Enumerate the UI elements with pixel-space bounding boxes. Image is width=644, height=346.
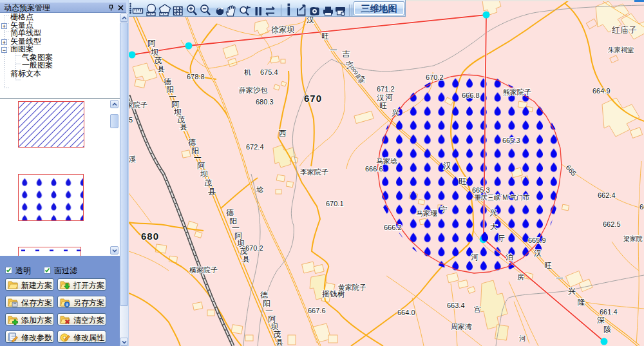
svg-text:机: 机 bbox=[244, 68, 251, 76]
svg-text:坝: 坝 bbox=[200, 169, 208, 178]
svg-text:宁: 宁 bbox=[440, 206, 448, 213]
svg-text:680: 680 bbox=[141, 231, 159, 242]
svg-text:662.4: 662.4 bbox=[598, 191, 616, 199]
svg-text:德: 德 bbox=[188, 138, 196, 147]
svg-text:县: 县 bbox=[157, 64, 165, 73]
svg-text:宫: 宫 bbox=[474, 305, 481, 313]
svg-text:深: 深 bbox=[597, 316, 605, 325]
svg-text:朱家祠堂: 朱家祠堂 bbox=[608, 46, 634, 53]
svg-text:兴: 兴 bbox=[392, 108, 399, 117]
svg-text:670.1: 670.1 bbox=[326, 200, 344, 207]
svg-text:670: 670 bbox=[304, 93, 322, 104]
svg-text:县: 县 bbox=[276, 338, 283, 346]
svg-text:周家湾: 周家湾 bbox=[451, 323, 472, 331]
svg-text:房: 房 bbox=[517, 273, 524, 281]
svg-text:隆: 隆 bbox=[578, 298, 585, 307]
svg-text:溪: 溪 bbox=[129, 155, 136, 163]
svg-text:671.2: 671.2 bbox=[377, 85, 395, 93]
svg-text:662.5: 662.5 bbox=[603, 220, 621, 228]
svg-text:旺: 旺 bbox=[544, 261, 552, 270]
svg-text:670.2: 670.2 bbox=[426, 73, 444, 81]
svg-text:陔: 陔 bbox=[603, 325, 611, 334]
svg-text:西: 西 bbox=[279, 129, 287, 138]
svg-text:茂: 茂 bbox=[204, 178, 212, 187]
svg-text:德: 德 bbox=[226, 208, 234, 217]
svg-text:670.2: 670.2 bbox=[245, 244, 263, 252]
svg-text:徐家坝: 徐家坝 bbox=[271, 25, 294, 34]
svg-text:675.4: 675.4 bbox=[260, 68, 278, 76]
svg-text:德: 德 bbox=[260, 291, 268, 300]
svg-text:汉: 汉 bbox=[534, 249, 542, 258]
svg-text:旺: 旺 bbox=[459, 177, 467, 186]
svg-text:5: 5 bbox=[129, 116, 133, 124]
svg-text:马家堰: 马家堰 bbox=[416, 209, 437, 217]
svg-text:薛家沙包: 薛家沙包 bbox=[239, 86, 268, 94]
svg-text:664.9: 664.9 bbox=[592, 87, 611, 95]
svg-text:661.4: 661.4 bbox=[600, 308, 618, 316]
svg-text:一: 一 bbox=[556, 274, 564, 283]
svg-text:680.3: 680.3 bbox=[256, 98, 274, 106]
svg-text:红庙子: 红庙子 bbox=[612, 25, 637, 35]
svg-text:666.8: 666.8 bbox=[462, 91, 480, 99]
svg-text:汉: 汉 bbox=[443, 161, 451, 171]
svg-text:664.0: 664.0 bbox=[397, 309, 415, 316]
svg-text:梁家院: 梁家院 bbox=[623, 235, 643, 242]
svg-text:兴: 兴 bbox=[568, 287, 576, 296]
svg-text:兴: 兴 bbox=[489, 208, 497, 217]
svg-text:黄家院子: 黄家院子 bbox=[338, 284, 366, 291]
svg-text:坝: 坝 bbox=[150, 48, 158, 57]
svg-text:665.9: 665.9 bbox=[528, 236, 546, 244]
svg-text:一: 一 bbox=[330, 46, 337, 55]
svg-text:茂: 茂 bbox=[154, 56, 162, 65]
svg-text:678.8: 678.8 bbox=[187, 73, 205, 81]
svg-text:汉: 汉 bbox=[307, 15, 314, 24]
svg-text:河: 河 bbox=[385, 93, 393, 102]
svg-text:阿: 阿 bbox=[197, 161, 205, 170]
svg-text:泊: 泊 bbox=[506, 253, 513, 262]
svg-text:663.4: 663.4 bbox=[447, 302, 465, 309]
svg-text:河: 河 bbox=[471, 253, 478, 262]
svg-text:667.6: 667.6 bbox=[308, 307, 326, 314]
svg-text:横家院子: 横家院子 bbox=[189, 266, 218, 274]
svg-text:县: 县 bbox=[242, 255, 250, 264]
svg-text:大: 大 bbox=[490, 222, 498, 231]
svg-text:厅: 厅 bbox=[498, 235, 505, 242]
svg-text:666.2: 666.2 bbox=[384, 224, 402, 231]
svg-text:县: 县 bbox=[180, 122, 187, 131]
svg-text:665.3: 665.3 bbox=[502, 137, 520, 144]
svg-text:重庆三峡`M`气门市: 重庆三峡`M`气门市 bbox=[474, 194, 530, 201]
svg-text:吉: 吉 bbox=[342, 50, 350, 59]
svg-text:家院子: 家院子 bbox=[129, 101, 147, 109]
svg-text:马家埝: 马家埝 bbox=[376, 157, 397, 165]
svg-text:熊家院子: 熊家院子 bbox=[503, 88, 531, 96]
svg-text:66: 66 bbox=[639, 203, 644, 211]
svg-text:672.4: 672.4 bbox=[246, 143, 264, 151]
svg-text:河: 河 bbox=[519, 334, 526, 342]
svg-text:665.3: 665.3 bbox=[472, 186, 490, 194]
svg-text:666.6: 666.6 bbox=[365, 165, 383, 173]
svg-text:旺: 旺 bbox=[321, 32, 329, 41]
svg-text:旺: 旺 bbox=[379, 101, 387, 110]
svg-text:李家院子: 李家院子 bbox=[300, 168, 328, 176]
svg-text:县: 县 bbox=[208, 187, 216, 196]
svg-text:埝: 埝 bbox=[256, 186, 263, 193]
svg-text:阿: 阿 bbox=[147, 39, 156, 48]
